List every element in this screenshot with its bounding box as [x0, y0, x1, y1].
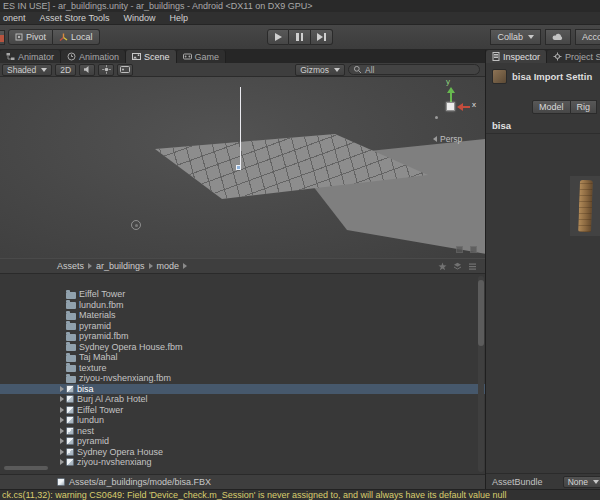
expand-arrow-icon[interactable]: [57, 363, 66, 374]
toolbar-right-group: Collab Acco: [490, 29, 600, 45]
play-button[interactable]: [267, 29, 289, 45]
model-tab-button[interactable]: Model: [532, 100, 571, 114]
shading-mode-dropdown[interactable]: Shaded: [2, 64, 52, 76]
tab-animator[interactable]: Animator: [0, 50, 61, 63]
project-list-item[interactable]: Sydney Opera House: [0, 447, 485, 458]
expand-arrow-icon[interactable]: [57, 310, 66, 321]
asset-label: ziyou-nvshenxiang.fbm: [79, 373, 171, 383]
tab-scene[interactable]: Scene: [126, 50, 177, 63]
expand-arrow-icon[interactable]: [57, 457, 66, 468]
expand-arrow-icon[interactable]: [57, 321, 66, 332]
account-label: Acco: [582, 32, 600, 42]
expand-arrow-icon[interactable]: [57, 373, 66, 384]
main-toolbar: Pivot Local Collab Acco: [0, 25, 600, 50]
project-list-item[interactable]: nest: [0, 426, 485, 437]
window-title: ES IN USE] - ar_buildings.unity - ar_bui…: [3, 1, 313, 11]
expand-arrow-icon[interactable]: [57, 331, 66, 342]
pivot-toggle-button[interactable]: Pivot: [8, 29, 53, 45]
expand-arrow-icon[interactable]: [57, 384, 66, 395]
folder-icon: [66, 323, 76, 330]
project-list-item[interactable]: Sydney Opera House.fbm: [0, 342, 485, 353]
menu-bar: onent Asset Store Tools Window Help: [0, 12, 600, 25]
selected-model-object[interactable]: [236, 165, 241, 170]
tab-project-settings[interactable]: Project S: [547, 50, 600, 63]
scene-effects-dropdown[interactable]: [117, 64, 133, 76]
expand-arrow-icon[interactable]: [57, 415, 66, 426]
project-list: Eiffel Tower lundun.fbm Materials pyrami…: [0, 289, 485, 468]
breadcrumb-assets[interactable]: Assets: [57, 261, 84, 271]
expand-arrow-icon[interactable]: [57, 447, 66, 458]
project-list-item[interactable]: texture: [0, 363, 485, 374]
scene-icon: [132, 52, 141, 61]
local-toggle-button[interactable]: Local: [53, 29, 100, 45]
layers-icon[interactable]: [453, 262, 462, 271]
expand-arrow-icon[interactable]: [57, 342, 66, 353]
expand-arrow-icon[interactable]: [57, 426, 66, 437]
expand-arrow-icon[interactable]: [57, 394, 66, 405]
project-list-item[interactable]: Eiffel Tower: [0, 289, 485, 300]
menu-item-asset-store-tools[interactable]: Asset Store Tools: [33, 12, 117, 25]
scene-lighting-toggle[interactable]: [98, 64, 114, 76]
project-list-item[interactable]: Eiffel Tower: [0, 405, 485, 416]
project-list-item[interactable]: ziyou-nvshenxiang.fbm: [0, 373, 485, 384]
menu-item-window[interactable]: Window: [116, 12, 162, 25]
asset-label: nest: [77, 426, 94, 436]
expand-arrow-icon[interactable]: [57, 352, 66, 363]
tab-label: Inspector: [503, 52, 540, 62]
favorites-star-icon[interactable]: [438, 262, 447, 271]
panel-menu-icon[interactable]: [468, 262, 477, 271]
breadcrumb-mode[interactable]: mode: [157, 261, 180, 271]
model-preview-tower: [578, 180, 593, 232]
rig-tab-button[interactable]: Rig: [571, 100, 598, 114]
scrollbar-thumb[interactable]: [478, 280, 484, 346]
directional-light-gizmo[interactable]: [131, 220, 141, 230]
project-list-item[interactable]: bisa: [0, 384, 485, 395]
menu-item-help[interactable]: Help: [162, 12, 195, 25]
horizontal-scrollbar[interactable]: [4, 466, 48, 470]
inspector-icon: [492, 52, 500, 61]
transform-tool-icon[interactable]: [0, 30, 5, 45]
effects-icon: [120, 65, 130, 74]
gizmo-center-cube[interactable]: [446, 102, 455, 111]
scene-audio-toggle[interactable]: [79, 64, 95, 76]
axis-z-dot[interactable]: [435, 116, 438, 119]
tab-animation[interactable]: Animation: [61, 50, 126, 63]
projection-toggle[interactable]: Persp: [433, 134, 462, 144]
scene-search-value: All: [365, 65, 374, 75]
tab-inspector[interactable]: Inspector: [486, 50, 547, 63]
project-list-item[interactable]: ziyou-nvshenxiang: [0, 457, 485, 468]
scene-viewport[interactable]: y x Persp: [0, 77, 485, 258]
viewport-corner-icon[interactable]: [456, 246, 463, 253]
project-list-item[interactable]: pyramid.fbm: [0, 331, 485, 342]
tab-game[interactable]: Game: [177, 50, 227, 63]
orientation-gizmo[interactable]: y x: [422, 79, 482, 135]
vertical-scrollbar[interactable]: [478, 276, 484, 472]
expand-arrow-icon[interactable]: [57, 300, 66, 311]
expand-arrow-icon[interactable]: [57, 405, 66, 416]
project-list-item[interactable]: lundun.fbm: [0, 300, 485, 311]
menu-item-component[interactable]: onent: [0, 12, 33, 25]
project-list-item[interactable]: Burj Al Arab Hotel: [0, 394, 485, 405]
pause-button[interactable]: [289, 29, 311, 45]
collab-button[interactable]: Collab: [490, 29, 541, 45]
status-bar[interactable]: ck.cs(11,32): warning CS0649: Field 'Dev…: [0, 489, 600, 500]
model-icon: [66, 406, 74, 414]
expand-arrow-icon[interactable]: [57, 436, 66, 447]
project-list-item[interactable]: pyramid: [0, 436, 485, 447]
cloud-services-button[interactable]: [545, 29, 571, 45]
assetbundle-dropdown[interactable]: None: [563, 476, 600, 488]
account-button[interactable]: Acco: [575, 29, 600, 45]
project-list-item[interactable]: Materials: [0, 310, 485, 321]
toggle-2d-button[interactable]: 2D: [55, 64, 76, 76]
project-list-item[interactable]: lundun: [0, 415, 485, 426]
project-browser[interactable]: Eiffel Tower lundun.fbm Materials pyrami…: [0, 274, 485, 474]
model-icon: [66, 437, 74, 445]
gizmos-dropdown[interactable]: Gizmos: [295, 64, 345, 76]
project-list-item[interactable]: pyramid: [0, 321, 485, 332]
viewport-corner-icon[interactable]: [470, 246, 477, 253]
step-button[interactable]: [311, 29, 333, 45]
scene-search-input[interactable]: All: [348, 64, 480, 75]
project-list-item[interactable]: Taj Mahal: [0, 352, 485, 363]
expand-arrow-icon[interactable]: [57, 289, 66, 300]
breadcrumb-ar-buildings[interactable]: ar_buildings: [96, 261, 145, 271]
